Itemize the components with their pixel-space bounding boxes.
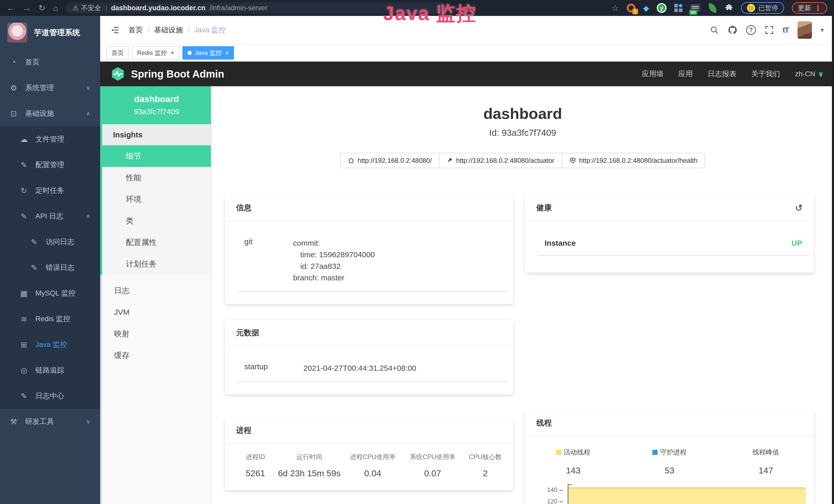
back-icon[interactable]: ← bbox=[7, 4, 15, 12]
tab-home[interactable]: 首页 bbox=[106, 46, 129, 60]
chevron-down-icon: ∨ bbox=[86, 84, 90, 91]
github-icon[interactable] bbox=[728, 25, 738, 35]
sidebar-item-api-logs[interactable]: ✎ API 日志 ∧ bbox=[0, 203, 100, 229]
threads-chart: 140 120 100 bbox=[525, 486, 809, 504]
sba-item-config-props[interactable]: 配置属性 bbox=[102, 232, 211, 253]
process-header-proc-cpu: 进程CPU使用率 bbox=[343, 453, 403, 461]
sba-brand[interactable]: Spring Boot Admin bbox=[110, 67, 224, 82]
address-bar[interactable]: ⚠ 不安全 | dashboard.yudao.iocoder.cn /infr… bbox=[66, 2, 446, 14]
locale-label: zh-CN bbox=[795, 70, 815, 78]
sidebar-item-config-management[interactable]: ✎ 配置管理 bbox=[0, 152, 100, 178]
app-logo-row[interactable]: 芋道管理系统 bbox=[0, 16, 100, 49]
sidebar-item-dev-tools[interactable]: ⚒ 研发工具 ∨ bbox=[0, 409, 100, 434]
sba-item-mappings[interactable]: 映射 bbox=[102, 323, 211, 345]
url-path: /infra/admin-server bbox=[210, 4, 267, 12]
extensions-puzzle-icon[interactable] bbox=[725, 4, 733, 12]
sidebar-item-error-logs[interactable]: ✎ 错误日志 bbox=[0, 255, 100, 280]
service-url-button[interactable]: http://192.168.0.2:48080/ bbox=[340, 153, 439, 168]
chevron-down-icon: ∨ bbox=[818, 70, 824, 78]
fullscreen-icon[interactable] bbox=[765, 25, 774, 35]
update-label: 更新 bbox=[798, 4, 811, 13]
sba-item-classes[interactable]: 类 bbox=[102, 210, 211, 232]
tab-java-monitor[interactable]: Java 监控 × bbox=[182, 46, 234, 60]
sidebar-item-label: 基础设施 bbox=[25, 109, 54, 118]
sba-nav-wallboard[interactable]: 应用墙 bbox=[642, 69, 663, 79]
search-icon[interactable] bbox=[710, 25, 719, 35]
sidebar-item-access-logs[interactable]: ✎ 访问日志 bbox=[0, 229, 100, 255]
extension-badge: 1 bbox=[632, 9, 638, 15]
on-badge: on bbox=[689, 10, 697, 15]
sidebar-item-log-center[interactable]: ✎ 日志中心 bbox=[0, 383, 100, 409]
legend-label-peak: 线程峰值 bbox=[752, 448, 779, 457]
sidebar-item-label: 定时任务 bbox=[36, 186, 64, 196]
bookmark-star-icon[interactable]: ☆ bbox=[612, 4, 619, 12]
sba-item-jvm[interactable]: JVM bbox=[102, 301, 211, 323]
sba-item-scheduled[interactable]: 计划任务 bbox=[102, 253, 211, 275]
profile-paused-pill[interactable]: ☺ 已暂停 bbox=[741, 2, 784, 14]
sidebar-item-java-monitor[interactable]: ⊞ Java 监控 bbox=[0, 332, 100, 358]
breadcrumb-home[interactable]: 首页 bbox=[128, 25, 143, 35]
sidebar-item-home[interactable]: ◔ 首页 bbox=[0, 49, 100, 75]
sba-nav-about[interactable]: 关于我们 bbox=[751, 69, 780, 79]
layers-icon: ≋ bbox=[19, 315, 29, 323]
home-icon[interactable]: ⌂ bbox=[53, 4, 58, 12]
y-tick-120: 120 bbox=[525, 498, 563, 504]
sba-item-caches[interactable]: 缓存 bbox=[102, 345, 211, 366]
sba-section-insights: Insights bbox=[102, 124, 211, 145]
timer-icon: ↻ bbox=[19, 186, 29, 195]
browser-update-pill[interactable]: 更新 ⋮ bbox=[792, 2, 827, 14]
text-size-icon[interactable]: tT bbox=[783, 26, 789, 35]
status-badge: UP bbox=[791, 239, 809, 248]
close-icon[interactable]: × bbox=[225, 49, 229, 56]
extension-grid-icon[interactable] bbox=[674, 4, 682, 12]
sidebar-item-label: 日志中心 bbox=[36, 391, 64, 401]
legend-value-peak: 147 bbox=[718, 465, 814, 476]
sidebar-item-scheduled-tasks[interactable]: ↻ 定时任务 bbox=[0, 178, 100, 203]
instance-id-subtitle: Id: 93a3fc7f7409 bbox=[212, 128, 834, 138]
info-card: 信息 git commit: time: 1596289704000 id: 2… bbox=[225, 195, 513, 304]
sba-instance-header[interactable]: dashboard 93a3fc7f7409 bbox=[102, 86, 211, 124]
avatar[interactable] bbox=[797, 21, 812, 39]
sba-nav-journal[interactable]: 日志报表 bbox=[708, 69, 737, 79]
log-icon: ✎ bbox=[19, 392, 29, 400]
sba-content: dashboard Id: 93a3fc7f7409 http://192.16… bbox=[212, 86, 834, 504]
infrastructure-submenu: ☁ 文件管理 ✎ 配置管理 ↻ 定时任务 ✎ API 日志 ∧ ✎ 访问日志 ✎ bbox=[0, 126, 100, 409]
paused-label: 已暂停 bbox=[758, 4, 778, 13]
actuator-url-button[interactable]: http://192.168.0.2:48080/actuator bbox=[439, 153, 562, 168]
help-icon[interactable]: ? bbox=[746, 25, 756, 35]
sba-locale-select[interactable]: zh-CN ∨ bbox=[795, 70, 824, 78]
legend-label-live: 活动线程 bbox=[564, 448, 591, 457]
sidebar-item-infrastructure[interactable]: ⊡ 基础设施 ∧ bbox=[0, 101, 100, 126]
sba-item-details[interactable]: 细节 bbox=[102, 145, 211, 167]
sidebar-item-label: Java 监控 bbox=[36, 340, 67, 349]
tab-redis-monitor[interactable]: Redis 监控 × bbox=[132, 46, 179, 60]
process-value-sys-cpu: 0.07 bbox=[403, 468, 463, 478]
extension-switch-icon[interactable]: on bbox=[690, 4, 700, 12]
process-value-cores: 2 bbox=[463, 468, 508, 478]
sidebar-item-file-management[interactable]: ☁ 文件管理 bbox=[0, 126, 100, 152]
extension-orange-icon[interactable]: 1 bbox=[627, 4, 635, 12]
history-icon[interactable]: ↺ bbox=[795, 203, 803, 212]
sba-item-logs[interactable]: 日志 bbox=[102, 280, 211, 301]
log-icon: ✎ bbox=[29, 263, 39, 272]
sba-nav-applications[interactable]: 应用 bbox=[678, 69, 693, 79]
sba-item-environment[interactable]: 环境 bbox=[102, 188, 211, 210]
breadcrumb-infrastructure[interactable]: 基础设施 bbox=[154, 25, 183, 35]
sidebar-item-tracing[interactable]: ◎ 链路追踪 bbox=[0, 358, 100, 383]
reload-icon[interactable]: ↻ bbox=[39, 4, 45, 12]
instance-links: http://192.168.0.2:48080/ http://192.168… bbox=[212, 153, 834, 168]
avatar-caret-icon[interactable]: ▾ bbox=[821, 26, 824, 33]
sidebar-item-label: API 日志 bbox=[36, 211, 63, 221]
sidebar-item-mysql-monitor[interactable]: ▦ MySQL 监控 bbox=[0, 280, 100, 306]
sba-item-metrics[interactable]: 性能 bbox=[102, 167, 211, 188]
sidebar-item-redis-monitor[interactable]: ≋ Redis 监控 bbox=[0, 306, 100, 332]
close-icon[interactable]: × bbox=[171, 49, 174, 56]
extension-pin-icon[interactable]: ◆ bbox=[643, 4, 649, 13]
sidebar-item-system[interactable]: ⚙ 系统管理 ∨ bbox=[0, 75, 100, 101]
extension-leaf-icon[interactable] bbox=[708, 4, 717, 12]
sidebar-fold-icon[interactable] bbox=[110, 25, 120, 35]
health-url-button[interactable]: http://192.168.0.2:48080/actuator/health bbox=[562, 153, 705, 168]
extension-green-icon[interactable]: y bbox=[657, 3, 666, 13]
forward-icon[interactable]: → bbox=[23, 4, 31, 12]
sba-instance-id: 93a3fc7f7409 bbox=[105, 108, 208, 116]
